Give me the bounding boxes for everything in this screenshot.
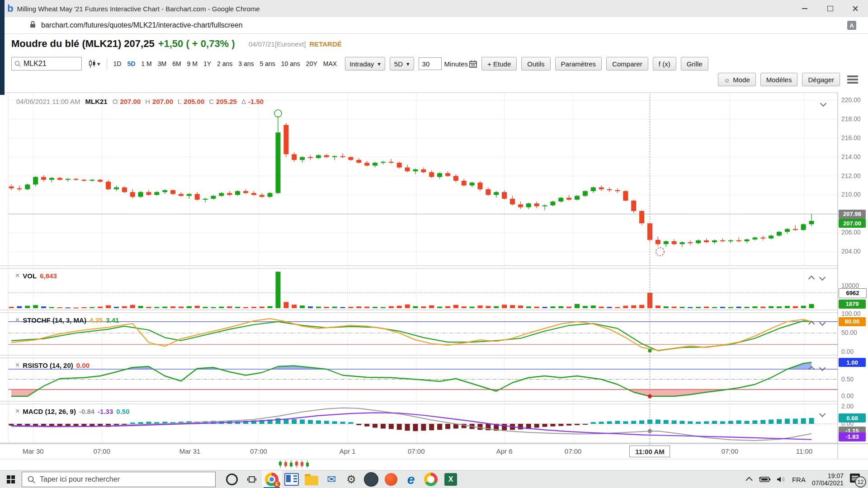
gear-icon: ⚙ bbox=[346, 474, 356, 485]
start-button[interactable] bbox=[0, 470, 22, 488]
windows-logo-icon bbox=[7, 475, 15, 483]
remove-study-icon[interactable]: × bbox=[15, 407, 19, 415]
volume-pane-down-icon[interactable] bbox=[820, 273, 825, 282]
tray-date: 07/04/2021 bbox=[812, 479, 844, 487]
search-placeholder: Taper ici pour rechercher bbox=[40, 475, 120, 483]
taskbar: Taper ici pour rechercher E ✉ ⚙ e X FRA … bbox=[0, 470, 868, 488]
stochf-pane-up-icon[interactable] bbox=[809, 320, 814, 328]
system-tray: FRA 19:07 07/04/2021 12 bbox=[747, 472, 868, 487]
chrome-icon bbox=[424, 473, 438, 486]
rsisto-pane-down-icon[interactable] bbox=[820, 364, 825, 372]
price-pane-collapse-icon[interactable] bbox=[821, 99, 826, 108]
task-view-icon bbox=[247, 475, 256, 483]
cortana-button[interactable] bbox=[222, 470, 242, 488]
chrome-secondary-button[interactable] bbox=[421, 470, 441, 488]
macd-pane-collapse-icon[interactable] bbox=[820, 410, 825, 418]
language-indicator[interactable]: FRA bbox=[792, 476, 806, 483]
mail-button[interactable]: ✉ bbox=[321, 470, 341, 488]
search-icon bbox=[28, 476, 35, 483]
speaker-icon[interactable] bbox=[777, 476, 786, 483]
remove-study-icon[interactable]: × bbox=[15, 316, 19, 324]
chrome-profile-badge: E bbox=[274, 481, 280, 488]
volume-pane-up-icon[interactable] bbox=[809, 275, 814, 283]
notification-count-badge: 12 bbox=[855, 476, 866, 488]
taskbar-search-input[interactable]: Taper ici pour rechercher bbox=[22, 472, 216, 487]
chart-canvas[interactable] bbox=[0, 0, 868, 470]
excel-button[interactable]: X bbox=[441, 470, 461, 488]
taskbar-clock[interactable]: 19:07 07/04/2021 bbox=[812, 472, 844, 487]
remove-study-icon[interactable]: × bbox=[15, 361, 19, 369]
media-app-button[interactable] bbox=[282, 470, 302, 488]
excel-icon: X bbox=[444, 473, 457, 486]
edge-icon: e bbox=[407, 473, 415, 486]
rsisto-pane-up-icon[interactable] bbox=[809, 365, 814, 373]
notification-center-button[interactable]: 12 bbox=[850, 473, 863, 486]
settings-button-taskbar[interactable]: ⚙ bbox=[341, 470, 361, 488]
screen: b Milling Wheat May '21 Futures Interact… bbox=[0, 0, 868, 488]
stochf-pane-down-icon[interactable] bbox=[820, 319, 825, 327]
tray-time: 19:07 bbox=[828, 472, 844, 479]
red-app-icon bbox=[385, 473, 397, 486]
tray-expand-icon[interactable] bbox=[745, 477, 753, 484]
red-app-button[interactable] bbox=[381, 470, 401, 488]
task-view-button[interactable] bbox=[242, 470, 262, 488]
folder-icon bbox=[305, 476, 318, 485]
dark-app-button[interactable] bbox=[361, 470, 381, 488]
edge-button[interactable]: e bbox=[401, 470, 421, 488]
remove-study-icon[interactable]: × bbox=[15, 272, 19, 280]
side-panel-edge bbox=[0, 0, 5, 95]
media-app-icon bbox=[284, 473, 299, 486]
cortana-icon bbox=[226, 474, 238, 485]
mail-icon: ✉ bbox=[327, 474, 336, 485]
dark-app-icon bbox=[364, 472, 378, 487]
chrome-taskbar-button[interactable]: E bbox=[262, 470, 282, 488]
battery-icon[interactable] bbox=[759, 476, 770, 483]
file-explorer-button[interactable] bbox=[302, 470, 321, 488]
